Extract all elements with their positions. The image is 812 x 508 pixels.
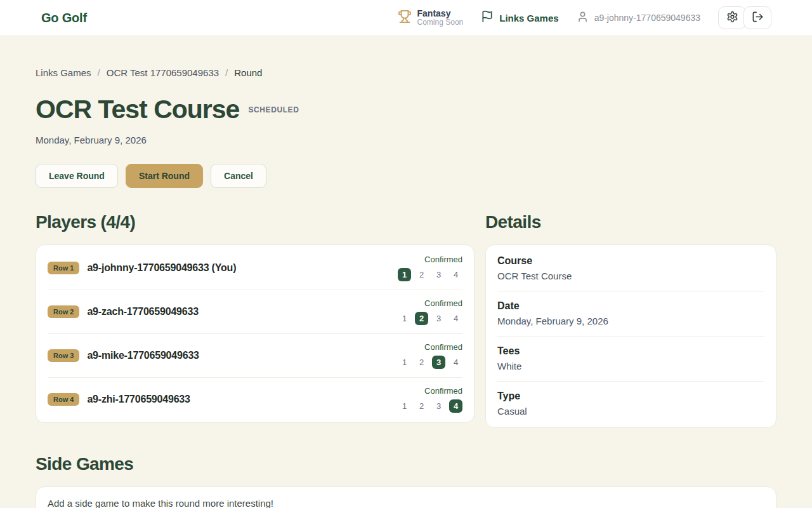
settings-button[interactable] [718,6,746,29]
detail-label: Date [497,300,764,312]
position-option[interactable]: 4 [449,356,462,369]
side-games-card: Add a side game to make this round more … [36,486,776,508]
detail-item-tees: Tees White [497,336,764,381]
breadcrumb-current: Round [234,67,262,78]
player-row: Row 4 a9-zhi-1770659049633 Confirmed 123… [48,377,462,421]
breadcrumb-separator: / [225,67,228,78]
round-date: Monday, February 9, 2026 [36,135,776,145]
detail-label: Type [497,391,764,402]
player-row: Row 1 a9-johnny-1770659049633 (You) Conf… [48,246,462,290]
cancel-button[interactable]: Cancel [211,164,266,188]
row-badge: Row 3 [48,349,79,362]
main-content: Links Games / OCR Test 1770659049633 / R… [0,67,812,508]
nav-fantasy: Fantasy Coming Soon [398,8,464,27]
links-games-label: Links Games [499,13,558,23]
position-option[interactable]: 4 [449,399,462,413]
player-name: a9-mike-1770659049633 [87,350,199,361]
position-option[interactable]: 1 [398,356,411,369]
position-option[interactable]: 2 [415,268,428,281]
row-badge: Row 2 [48,305,79,318]
position-option[interactable]: 4 [449,312,462,325]
start-round-button[interactable]: Start Round [126,164,203,188]
details-section: Details Course OCR Test Course Date Mond… [485,212,776,428]
player-row: Row 2 a9-zach-1770659049633 Confirmed 12… [48,290,462,333]
position-option[interactable]: 4 [449,268,462,281]
player-row: Row 3 a9-mike-1770659049633 Confirmed 12… [48,333,462,377]
detail-value: Monday, February 9, 2026 [497,316,764,326]
detail-value: White [497,361,764,371]
side-games-heading: Side Games [36,454,776,474]
player-name: a9-zach-1770659049633 [87,306,199,318]
detail-label: Tees [497,345,764,357]
player-status: Confirmed [424,386,462,396]
breadcrumb-game[interactable]: OCR Test 1770659049633 [107,67,219,78]
breadcrumb: Links Games / OCR Test 1770659049633 / R… [36,67,776,78]
username-text: a9-johnny-1770659049633 [594,13,700,23]
breadcrumb-links-games[interactable]: Links Games [36,67,91,78]
user-icon [577,11,589,25]
breadcrumb-separator: / [98,67,100,78]
position-strip: 1234 [398,312,462,325]
leave-round-button[interactable]: Leave Round [36,164,118,188]
details-card: Course OCR Test Course Date Monday, Febr… [485,244,776,428]
detail-item-course: Course OCR Test Course [497,246,764,291]
position-option[interactable]: 2 [415,312,428,325]
logout-icon [752,11,764,25]
nav-links-games[interactable]: Links Games [481,10,558,25]
player-name: a9-zhi-1770659049633 [87,394,190,405]
position-option[interactable]: 1 [398,399,411,413]
detail-value: OCR Test Course [497,271,764,281]
fantasy-label: Fantasy [417,8,464,18]
logout-button[interactable] [743,6,771,29]
side-games-section: Side Games Add a side game to make this … [36,454,776,508]
round-status-badge: SCHEDULED [248,105,299,114]
flag-icon [481,10,494,25]
details-heading: Details [485,212,776,232]
player-status: Confirmed [424,298,462,308]
position-option[interactable]: 1 [398,268,411,281]
detail-value: Casual [497,406,764,417]
user-account: a9-johnny-1770659049633 [577,11,700,25]
position-option[interactable]: 1 [398,312,411,325]
position-option[interactable]: 2 [415,399,428,413]
row-badge: Row 4 [48,393,79,406]
app-header: Go Golf Fantasy Coming Soon [0,0,812,36]
position-option[interactable]: 3 [432,356,445,369]
position-option[interactable]: 3 [432,312,445,325]
detail-label: Course [497,255,764,267]
app-logo[interactable]: Go Golf [41,11,87,25]
player-status: Confirmed [424,255,462,264]
row-badge: Row 1 [48,262,79,274]
position-strip: 1234 [398,268,462,281]
player-name: a9-johnny-1770659049633 (You) [87,262,236,274]
players-section: Players (4/4) Row 1 a9-johnny-1770659049… [36,212,475,423]
player-status: Confirmed [424,342,462,352]
position-strip: 1234 [398,399,462,413]
page-title: OCR Test Course [36,95,239,124]
position-option[interactable]: 3 [432,268,445,281]
position-option[interactable]: 3 [432,399,445,413]
detail-item-date: Date Monday, February 9, 2026 [497,291,764,336]
position-strip: 1234 [398,356,462,369]
side-games-message: Add a side game to make this round more … [47,498,765,508]
position-option[interactable]: 2 [415,356,428,369]
trophy-icon [398,10,412,26]
players-heading: Players (4/4) [36,212,475,232]
detail-item-type: Type Casual [497,381,764,426]
players-card: Row 1 a9-johnny-1770659049633 (You) Conf… [36,244,475,423]
fantasy-coming-soon: Coming Soon [417,18,464,27]
gear-icon [726,11,738,25]
